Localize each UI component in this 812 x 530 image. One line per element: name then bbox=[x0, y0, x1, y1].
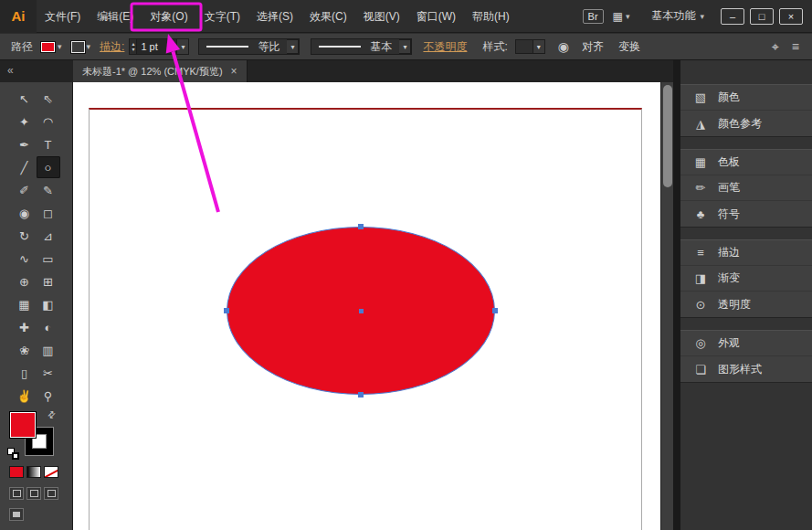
menu-select[interactable]: 选择(S) bbox=[248, 0, 301, 33]
panel-button-brushes[interactable]: ✏ 画笔 bbox=[680, 175, 812, 201]
chevron-down-icon: ▾ bbox=[290, 43, 294, 51]
menu-effect[interactable]: 效果(C) bbox=[301, 0, 355, 33]
swap-fill-stroke-icon[interactable]: ⇄ bbox=[45, 408, 58, 421]
anchor-left[interactable] bbox=[224, 308, 229, 313]
panel-button-gradient[interactable]: ◨ 渐变 bbox=[680, 266, 812, 292]
panel-button-transparency[interactable]: ⊙ 透明度 bbox=[680, 292, 812, 317]
width-profile-dropdown[interactable]: 等比 ▾ bbox=[198, 38, 300, 55]
slice-tool[interactable]: ✂ bbox=[37, 362, 60, 384]
stepper-down-icon[interactable]: ▾ bbox=[132, 47, 134, 52]
menu-object[interactable]: 对象(O) bbox=[142, 0, 195, 33]
anchor-top[interactable] bbox=[358, 224, 364, 229]
vertical-scrollbar[interactable] bbox=[660, 82, 673, 530]
transform-button[interactable]: 变换 bbox=[618, 39, 640, 55]
symbol-sprayer-tool[interactable]: ❀ bbox=[13, 339, 37, 361]
column-graph-tool[interactable]: ▥ bbox=[37, 339, 60, 361]
stroke-panel-link[interactable]: 描边: bbox=[100, 39, 124, 55]
draw-normal-button[interactable] bbox=[9, 487, 24, 500]
center-point[interactable] bbox=[359, 309, 364, 313]
blend-tool[interactable]: ◐ bbox=[37, 316, 60, 338]
menu-edit[interactable]: 编辑(E) bbox=[89, 0, 142, 33]
panel-label: 符号 bbox=[718, 207, 740, 222]
panel-label: 颜色参考 bbox=[718, 116, 762, 132]
blob-brush-tool[interactable]: ◉ bbox=[13, 202, 37, 224]
crosshair-icon[interactable]: ⌖ bbox=[772, 39, 779, 55]
stroke-color-dropdown[interactable]: ▾ bbox=[71, 41, 91, 53]
style-dropdown[interactable]: ▾ bbox=[515, 38, 545, 55]
selection-tool[interactable]: ↖ bbox=[13, 88, 37, 110]
paintbrush-tool[interactable]: ✐ bbox=[13, 179, 37, 201]
shape-builder-tool[interactable]: ⊕ bbox=[13, 270, 37, 292]
fill-swatch[interactable] bbox=[40, 41, 56, 53]
artboard-tool[interactable]: ▯ bbox=[13, 362, 37, 384]
mesh-tool[interactable]: ▦ bbox=[13, 293, 37, 315]
opacity-panel-link[interactable]: 不透明度 bbox=[423, 39, 467, 55]
canvas[interactable] bbox=[73, 82, 660, 530]
panel-button-graphic-styles[interactable]: ❏ 图形样式 bbox=[680, 356, 812, 382]
align-button[interactable]: 对齐 bbox=[582, 39, 604, 55]
panel-button-color[interactable]: ▧ 颜色 bbox=[680, 85, 812, 111]
profile-dropdown-button[interactable]: ▾ bbox=[287, 39, 299, 54]
lasso-tool[interactable]: ◠ bbox=[37, 111, 60, 132]
menu-type[interactable]: 文字(T) bbox=[196, 0, 248, 33]
menu-help[interactable]: 帮助(H) bbox=[464, 0, 518, 33]
panel-button-symbols[interactable]: ♣ 符号 bbox=[680, 201, 812, 227]
free-transform-tool[interactable]: ▭ bbox=[37, 248, 60, 270]
menu-window[interactable]: 窗口(W) bbox=[408, 0, 464, 33]
width-tool[interactable]: ∿ bbox=[13, 248, 37, 270]
stroke-width-dropdown-button[interactable]: ▾ bbox=[177, 38, 189, 55]
anchor-right[interactable] bbox=[492, 308, 498, 313]
brush-definition-dropdown[interactable]: 基本 ▾ bbox=[311, 38, 412, 55]
perspective-grid-tool[interactable]: ⊞ bbox=[37, 270, 60, 292]
minimize-button[interactable]: – bbox=[721, 8, 744, 25]
hand-tool[interactable]: ✌ bbox=[13, 385, 37, 407]
tab-close-icon[interactable]: × bbox=[231, 65, 237, 78]
stepper-arrows[interactable]: ▴ ▾ bbox=[129, 38, 137, 55]
style-dropdown-button[interactable]: ▾ bbox=[533, 39, 545, 54]
color-button[interactable] bbox=[9, 466, 24, 478]
brush-dropdown-button[interactable]: ▾ bbox=[399, 39, 411, 54]
eraser-tool[interactable]: ◻ bbox=[37, 202, 60, 224]
gradient-button[interactable] bbox=[26, 466, 41, 478]
none-button[interactable] bbox=[44, 466, 58, 478]
globe-icon[interactable]: ◉ bbox=[558, 39, 569, 54]
pencil-tool[interactable]: ✎ bbox=[37, 179, 60, 201]
anchor-bottom[interactable] bbox=[358, 392, 364, 398]
workspace-switcher[interactable]: 基本功能 ▾ bbox=[651, 8, 704, 24]
fill-indicator[interactable] bbox=[9, 411, 37, 439]
screen-mode-button[interactable] bbox=[9, 508, 24, 521]
bridge-button[interactable]: Br bbox=[583, 9, 604, 24]
zoom-tool[interactable]: ⚲ bbox=[37, 385, 60, 407]
panel-button-color-guide[interactable]: ◮ 颜色参考 bbox=[680, 111, 812, 136]
collapse-toolbar-icon[interactable]: « bbox=[7, 64, 14, 77]
direct-selection-tool[interactable]: ⇖ bbox=[37, 88, 60, 110]
eyedropper-tool[interactable]: ✚ bbox=[13, 316, 37, 338]
menu-view[interactable]: 视图(V) bbox=[355, 0, 408, 33]
panel-button-stroke[interactable]: ≡ 描边 bbox=[680, 240, 812, 266]
scrollbar-thumb[interactable] bbox=[663, 85, 672, 187]
stroke-swatch[interactable] bbox=[71, 41, 85, 53]
menu-file[interactable]: 文件(F) bbox=[37, 0, 89, 33]
stroke-width-input[interactable] bbox=[137, 38, 177, 55]
draw-inside-button[interactable] bbox=[44, 487, 58, 500]
document-tab[interactable]: 未标题-1* @ 12% (CMYK/预览) × bbox=[73, 60, 248, 82]
fill-color-dropdown[interactable]: ▾ bbox=[40, 41, 62, 53]
panel-menu-icon[interactable]: ≡ bbox=[792, 39, 799, 54]
line-segment-tool[interactable]: ╱ bbox=[13, 156, 37, 178]
draw-behind-button[interactable] bbox=[26, 487, 41, 500]
pen-tool[interactable]: ✒ bbox=[13, 133, 37, 155]
panel-button-appearance[interactable]: ◎ 外观 bbox=[680, 331, 812, 356]
panel-button-swatches[interactable]: ▦ 色板 bbox=[680, 150, 812, 175]
panel-label: 颜色 bbox=[718, 90, 740, 105]
app-logo[interactable]: Ai bbox=[0, 0, 37, 33]
gradient-tool[interactable]: ◧ bbox=[37, 293, 60, 315]
ellipse-tool[interactable]: ○ bbox=[37, 156, 60, 178]
default-fill-stroke-icon[interactable] bbox=[7, 448, 22, 461]
restore-button[interactable]: □ bbox=[750, 8, 774, 25]
type-tool[interactable]: T bbox=[37, 133, 60, 155]
magic-wand-tool[interactable]: ✦ bbox=[13, 111, 37, 132]
arrange-documents-button[interactable]: ▦ ▾ bbox=[613, 10, 630, 23]
close-button[interactable]: × bbox=[779, 8, 803, 25]
rotate-tool[interactable]: ↻ bbox=[13, 225, 37, 247]
scale-tool[interactable]: ⊿ bbox=[37, 225, 60, 247]
